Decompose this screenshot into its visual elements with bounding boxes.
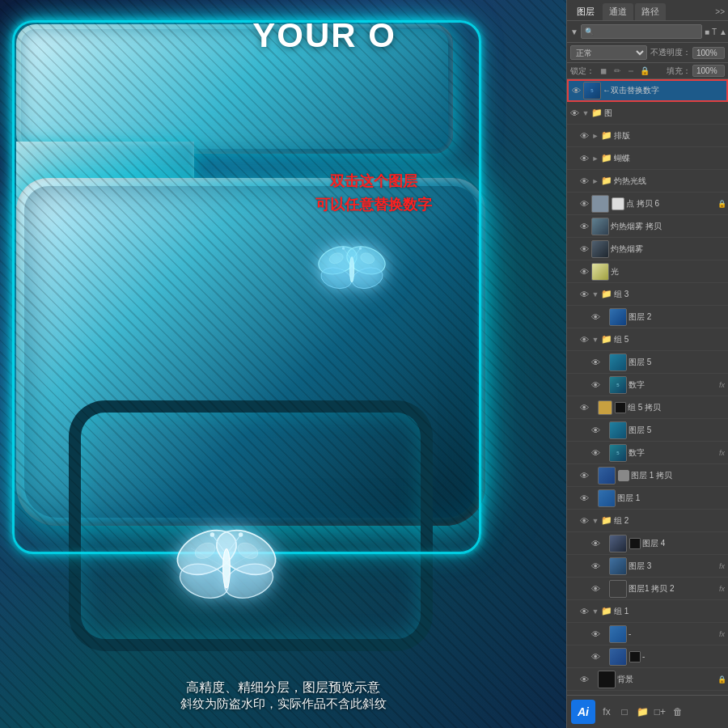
layer-thumb xyxy=(609,353,627,371)
layer-layer1-copy2[interactable]: 👁 图层1 拷贝 2 fx xyxy=(567,578,728,600)
eye-icon[interactable]: 👁 xyxy=(590,357,601,368)
fx-button[interactable]: fx xyxy=(599,705,614,719)
eye-icon[interactable]: 👁 xyxy=(590,651,601,662)
layer-thumb xyxy=(609,557,627,575)
blend-opacity-row: 正常 不透明度： 100% xyxy=(567,43,728,63)
eye-icon[interactable]: 👁 xyxy=(569,108,580,119)
layer-group2[interactable]: 👁 ▼ 📁 组 2 xyxy=(567,510,728,532)
eye-icon[interactable]: 👁 xyxy=(578,221,590,232)
tab-channels[interactable]: 通道 xyxy=(603,3,633,20)
search-input[interactable] xyxy=(595,28,698,36)
new-layer-button[interactable]: □+ xyxy=(653,705,667,719)
layer-layer5b[interactable]: 👁 图层 5 xyxy=(567,419,728,442)
layer-group3[interactable]: 👁 ▼ 📁 组 3 xyxy=(567,283,728,306)
layer-group-tu[interactable]: 👁 ▼ 📁 图 xyxy=(567,102,728,125)
layer-name: 图层 1 拷贝 xyxy=(631,470,726,481)
eye-icon[interactable]: 👁 xyxy=(578,130,590,142)
layer-numchar-b[interactable]: 👁 5 数字 fx xyxy=(567,442,728,464)
layer-layer2[interactable]: 👁 图层 2 xyxy=(567,306,728,328)
eye-icon[interactable]: 👁 xyxy=(578,493,590,504)
eye-icon[interactable]: 👁 xyxy=(578,266,590,277)
expand-arrow[interactable]: ► xyxy=(591,153,599,164)
svg-point-19 xyxy=(239,532,243,537)
blend-mode-select[interactable]: 正常 xyxy=(570,45,647,60)
layer-dash-a[interactable]: 👁 - fx xyxy=(567,623,728,645)
layer-thumb: 5 xyxy=(583,82,601,99)
eye-icon[interactable]: 👁 xyxy=(590,583,601,595)
layer-group5-copy[interactable]: 👁 组 5 拷贝 xyxy=(567,396,728,419)
kind-icon[interactable]: ■ xyxy=(705,25,709,38)
expand-arrow[interactable]: ▼ xyxy=(582,108,590,119)
mask-button[interactable]: □ xyxy=(617,705,632,719)
shape-icon[interactable]: ▲ xyxy=(719,25,727,38)
new-group-button[interactable]: 📁 xyxy=(635,705,650,719)
layer-group1[interactable]: 👁 ▼ 📁 组 1 xyxy=(567,600,728,623)
eye-icon[interactable]: 👁 xyxy=(590,379,601,391)
eye-icon[interactable]: 👁 xyxy=(590,561,601,572)
eye-icon[interactable]: 👁 xyxy=(578,153,590,164)
layer-hot-smoke[interactable]: 👁 灼热烟雾 xyxy=(567,238,728,260)
eye-icon[interactable]: 👁 xyxy=(578,289,590,300)
tab-paths[interactable]: 路径 xyxy=(635,3,666,20)
ps-logo: Ai xyxy=(571,700,595,724)
eye-icon[interactable]: 👁 xyxy=(578,606,590,617)
layer-layout[interactable]: 👁 ► 📁 排版 xyxy=(567,125,728,147)
eye-icon[interactable]: 👁 xyxy=(578,515,590,527)
layers-list[interactable]: 👁 5 ←双击替换数字 👁 ▼ 📁 图 👁 ► 📁 排版 👁 ► xyxy=(567,79,728,695)
lock-all-icon[interactable]: 🔒 xyxy=(639,66,650,77)
expand-arrow[interactable]: ▼ xyxy=(591,515,599,527)
layer-thumb xyxy=(591,218,609,235)
group-icon: 📁 xyxy=(591,108,603,119)
delete-layer-button[interactable]: 🗑 xyxy=(671,705,685,719)
layer-layer1-copy[interactable]: 👁 图层 1 拷贝 xyxy=(567,464,728,487)
expand-arrow[interactable]: ▼ xyxy=(591,334,599,345)
layer-dash-b[interactable]: 👁 - xyxy=(567,645,728,668)
layer-group5[interactable]: 👁 ▼ 📁 组 5 xyxy=(567,328,728,351)
layer-mask xyxy=(629,651,641,662)
eye-icon[interactable]: 👁 xyxy=(590,629,601,640)
expand-arrow[interactable]: ▼ xyxy=(591,289,599,300)
layer-thumb: 5 xyxy=(609,376,627,394)
eye-icon[interactable]: 👁 xyxy=(578,243,590,255)
expand-arrow[interactable]: ► xyxy=(591,176,599,187)
layer-layer5a[interactable]: 👁 图层 5 xyxy=(567,351,728,374)
layer-layer3[interactable]: 👁 图层 3 fx xyxy=(567,555,728,578)
fx-badge: fx xyxy=(719,381,725,389)
eye-icon[interactable]: 👁 xyxy=(578,470,590,481)
group-icon: 📁 xyxy=(601,153,612,164)
lock-pixels-icon[interactable]: ✏ xyxy=(612,66,623,77)
layer-numchar-a[interactable]: 👁 5 数字 fx xyxy=(567,374,728,396)
eye-icon[interactable]: 👁 xyxy=(578,402,590,413)
panel-more[interactable]: >> xyxy=(715,7,725,16)
layer-dot-copy6[interactable]: 👁 点 拷贝 6 🔒 xyxy=(567,193,728,215)
expand-arrow[interactable]: ▼ xyxy=(591,606,599,617)
eye-icon[interactable]: 👁 xyxy=(578,674,590,685)
layer-hot-light[interactable]: 👁 ► 📁 灼热光线 xyxy=(567,170,728,193)
layer-hot-smoke-copy[interactable]: 👁 灼热烟雾 拷贝 xyxy=(567,215,728,238)
layer-butterfly[interactable]: 👁 ► 📁 蝴蝶 xyxy=(567,147,728,170)
lock-transparent-icon[interactable]: ◼ xyxy=(598,66,609,77)
eye-icon[interactable]: 👁 xyxy=(590,538,601,549)
annotation-text: 双击这个图层 可以任意替换数字 xyxy=(315,170,432,217)
svg-point-4 xyxy=(349,257,353,283)
eye-icon[interactable]: 👁 xyxy=(578,334,590,345)
layer-layer4[interactable]: 👁 图层 4 xyxy=(567,532,728,555)
layer-layer1[interactable]: 👁 图层 1 xyxy=(567,487,728,510)
expand-arrow[interactable]: ► xyxy=(591,130,599,142)
tab-layers[interactable]: 图层 xyxy=(570,3,601,20)
layer-background[interactable]: 👁 背景 🔒 xyxy=(567,668,728,691)
eye-icon[interactable]: 👁 xyxy=(578,176,590,187)
lock-position-icon[interactable]: ⎼ xyxy=(625,66,637,77)
eye-icon[interactable]: 👁 xyxy=(570,85,582,96)
filter-type-icon[interactable]: ▼ xyxy=(570,25,578,38)
eye-icon[interactable]: 👁 xyxy=(590,311,601,323)
layer-replace-number[interactable]: 👁 5 ←双击替换数字 xyxy=(567,79,728,102)
adjustment-icon[interactable]: T xyxy=(712,25,717,38)
layer-thumb xyxy=(591,240,609,258)
layer-name: 灼热烟雾 拷贝 xyxy=(611,221,726,232)
eye-icon[interactable]: 👁 xyxy=(578,198,590,210)
eye-icon[interactable]: 👁 xyxy=(590,425,601,436)
layer-search[interactable]: 🔍 xyxy=(581,24,702,39)
eye-icon[interactable]: 👁 xyxy=(590,447,601,459)
layer-light[interactable]: 👁 光 xyxy=(567,260,728,283)
